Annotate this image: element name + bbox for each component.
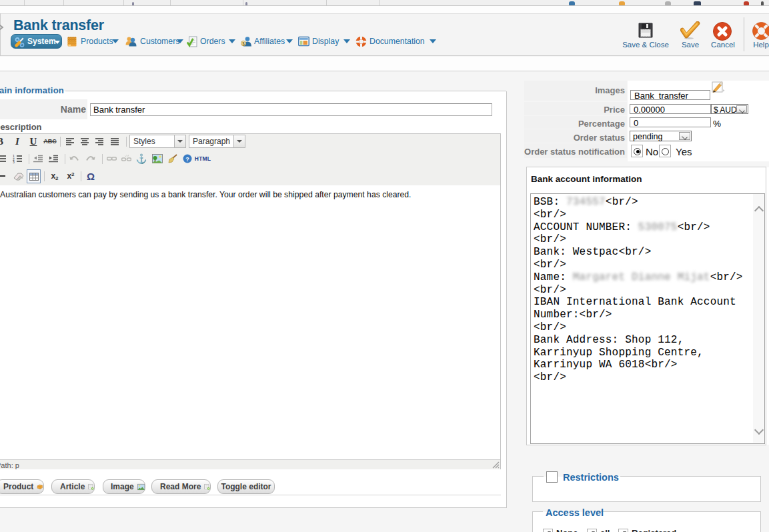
svg-text:?: ? [185, 156, 189, 163]
svg-text:3: 3 [13, 160, 15, 164]
svg-text:$: $ [242, 41, 245, 47]
